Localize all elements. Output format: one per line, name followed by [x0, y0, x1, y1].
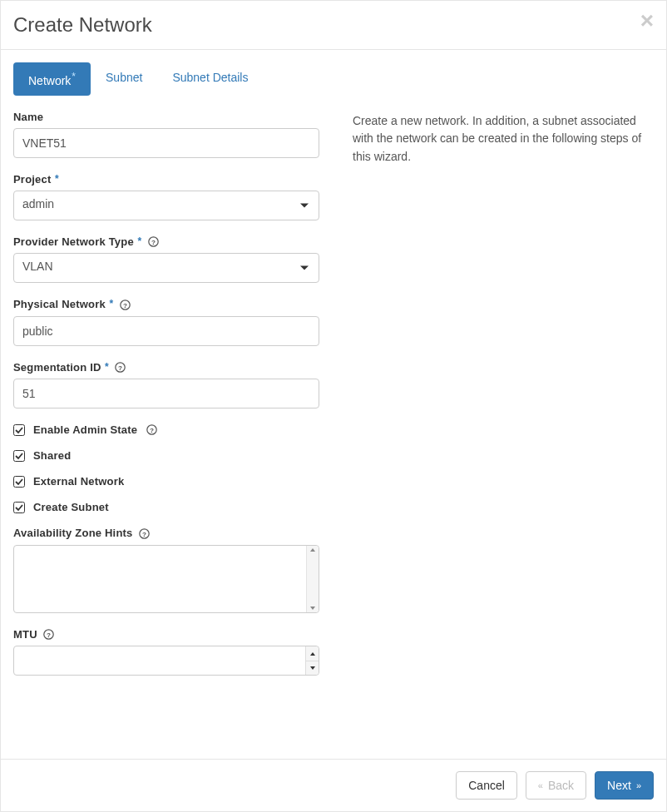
mtu-input[interactable] [13, 646, 319, 676]
svg-rect-10 [14, 476, 25, 487]
svg-rect-6 [14, 424, 25, 435]
segmentation-id-input[interactable] [13, 379, 319, 408]
content-row: Name Project * admin Provider Network Ty… [13, 111, 654, 680]
tab-label: Subnet Details [172, 71, 248, 84]
name-input[interactable] [13, 128, 319, 158]
mtu-label: MTU ? [13, 628, 319, 641]
shared-label: Shared [33, 449, 71, 462]
svg-rect-11 [14, 502, 25, 512]
chevron-down-icon [300, 203, 309, 207]
availability-zone-hints-listbox[interactable] [13, 545, 319, 613]
select-value: admin [22, 197, 54, 210]
physical-network-label: Physical Network * ? [13, 298, 319, 311]
help-icon[interactable]: ? [115, 362, 126, 374]
chevron-down-icon [310, 666, 315, 670]
close-icon[interactable]: × [640, 9, 654, 32]
availability-zone-hints-label: Availability Zone Hints ? [13, 527, 319, 540]
enable-admin-state-checkbox[interactable] [13, 424, 25, 436]
modal-body: Network* Subnet Subnet Details Name [1, 50, 666, 759]
name-label: Name [13, 111, 319, 123]
svg-text:?: ? [142, 531, 146, 538]
svg-text:?: ? [47, 631, 51, 639]
modal-title: Create Network [13, 13, 654, 37]
scroll-up-icon [310, 548, 315, 552]
modal-footer: Cancel « Back Next » [1, 759, 666, 811]
svg-text:?: ? [150, 427, 154, 434]
create-subnet-checkbox[interactable] [13, 502, 25, 513]
mtu-step-down[interactable] [306, 661, 319, 676]
required-asterisk-icon: * [106, 298, 113, 309]
shared-checkbox[interactable] [13, 450, 25, 462]
create-subnet-label: Create Subnet [33, 501, 109, 513]
back-button[interactable]: « Back [526, 771, 586, 800]
description-text: Create a new network. In addition, a sub… [353, 111, 654, 166]
mtu-step-up[interactable] [306, 646, 319, 661]
tab-label: Network [28, 74, 71, 87]
svg-rect-9 [14, 450, 25, 461]
required-asterisk-icon: * [135, 235, 141, 247]
scroll-down-icon [310, 607, 315, 610]
enable-admin-state-label: Enable Admin State [33, 423, 137, 436]
create-network-modal: Create Network × Network* Subnet Subnet … [0, 0, 667, 812]
svg-text:?: ? [118, 364, 122, 372]
form-column: Name Project * admin Provider Network Ty… [13, 111, 319, 680]
project-select[interactable]: admin [13, 191, 319, 220]
help-icon[interactable]: ? [43, 629, 55, 641]
next-button[interactable]: Next » [595, 771, 654, 800]
scrollbar[interactable] [306, 546, 319, 612]
mtu-stepper [305, 646, 319, 675]
external-network-label: External Network [33, 475, 124, 488]
tab-subnet-details[interactable]: Subnet Details [157, 62, 263, 92]
cancel-button[interactable]: Cancel [456, 771, 517, 800]
help-icon[interactable]: ? [138, 528, 150, 540]
modal-header: Create Network × [1, 1, 666, 50]
help-icon[interactable]: ? [146, 424, 157, 436]
chevron-right-icon: » [636, 780, 641, 791]
help-icon[interactable]: ? [147, 236, 159, 248]
select-value: VLAN [22, 260, 53, 273]
provider-network-type-select[interactable]: VLAN [13, 253, 319, 283]
wizard-tabs: Network* Subnet Subnet Details [13, 62, 654, 96]
chevron-up-icon [310, 652, 315, 656]
segmentation-id-label: Segmentation ID * ? [13, 361, 319, 374]
project-label: Project * [13, 173, 319, 186]
svg-text:?: ? [123, 302, 127, 309]
chevron-down-icon [300, 266, 309, 270]
provider-network-type-label: Provider Network Type * ? [13, 235, 319, 249]
external-network-checkbox[interactable] [13, 476, 25, 488]
tab-network[interactable]: Network* [13, 62, 91, 96]
svg-text:?: ? [151, 239, 156, 246]
required-asterisk-icon: * [72, 71, 76, 82]
help-icon[interactable]: ? [119, 300, 131, 311]
tab-subnet[interactable]: Subnet [91, 62, 157, 92]
required-asterisk-icon: * [102, 361, 109, 373]
physical-network-input[interactable] [13, 316, 319, 346]
required-asterisk-icon: * [52, 173, 58, 185]
tab-label: Subnet [106, 71, 142, 84]
chevron-left-icon: « [538, 780, 543, 791]
